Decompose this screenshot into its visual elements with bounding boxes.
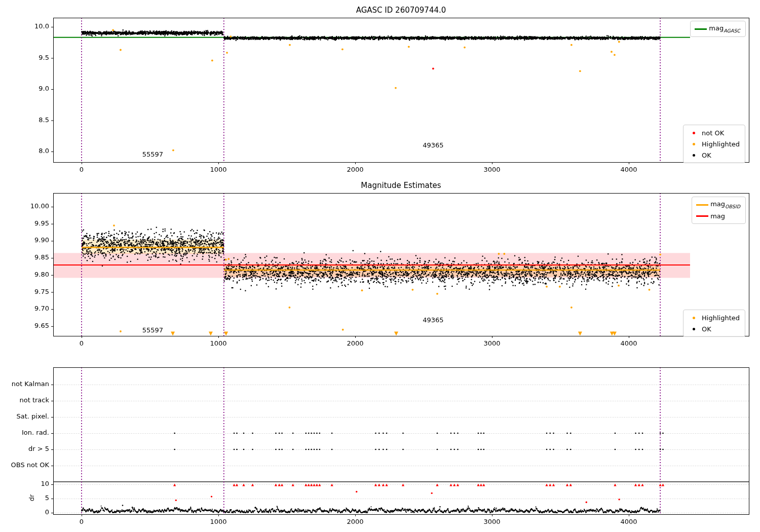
flag-row-label: not Kalman — [0, 380, 49, 388]
x-tick-label: 4000 — [620, 339, 637, 347]
legend-item-label: mag — [710, 212, 725, 220]
y-tick-label: 10.0 — [0, 22, 49, 30]
flag-row-label: OBS not OK — [0, 461, 49, 469]
legend-dot-marker — [686, 132, 702, 134]
x-tick-label: 4000 — [620, 518, 637, 525]
obsid-annotation: 55597 — [142, 150, 163, 158]
legend-item: Highlighted — [686, 312, 740, 323]
x-tick-label: 0 — [80, 166, 84, 173]
x-tick-label: 0 — [80, 518, 84, 525]
legend-point-status-panel2: HighlightedOK — [683, 310, 745, 337]
x-tick-label: 3000 — [483, 166, 500, 173]
flag-row-label: Ion. rad. — [0, 429, 49, 436]
panel2-title: Magnitude Estimates — [53, 181, 749, 190]
x-tick-label: 3000 — [483, 518, 500, 525]
dr-tick-label: 0 — [0, 508, 49, 516]
legend-item: not OK — [686, 127, 740, 138]
x-tick-label: 0 — [80, 339, 84, 347]
legend-mag-agasc: magAGASC — [690, 21, 746, 37]
y-tick-label: 8.5 — [0, 116, 49, 124]
legend-line-swatch — [694, 215, 710, 217]
y-tick-label: 9.80 — [0, 271, 49, 278]
y-tick-label: 9.75 — [0, 288, 49, 295]
legend-item: OK — [686, 149, 740, 161]
legend-item-label: magOBSID — [710, 200, 740, 209]
legend-item: magOBSID — [694, 199, 740, 210]
legend-item-label: magAGASC — [709, 24, 740, 33]
y-tick-label: 8.0 — [0, 147, 49, 155]
legend-dot-marker — [686, 154, 702, 157]
legend-dot-marker — [686, 317, 702, 319]
figure: AGASC ID 260709744.0 Magnitude Estimates… — [0, 0, 760, 532]
legend-item-label: not OK — [702, 129, 724, 137]
x-tick-label: 2000 — [347, 339, 363, 347]
x-tick-label: 1000 — [210, 339, 226, 347]
legend-line-swatch — [694, 204, 710, 206]
y-tick-label: 9.65 — [0, 322, 49, 329]
legend-item-label: OK — [702, 151, 711, 159]
flag-row-label: not track — [0, 396, 49, 404]
legend-mag-lines: magOBSIDmag — [692, 197, 746, 224]
x-tick-label: 2000 — [347, 166, 363, 173]
legend-item-label: Highlighted — [702, 314, 740, 322]
y-tick-label: 9.85 — [0, 253, 49, 261]
legend-dot-marker — [686, 143, 702, 145]
legend-item: Highlighted — [686, 138, 740, 149]
legend-item: mag — [694, 210, 740, 221]
y-tick-label: 9.0 — [0, 85, 49, 92]
y-tick-label: 9.70 — [0, 305, 49, 312]
y-tick-label: 9.5 — [0, 54, 49, 61]
y-tick-label: 9.90 — [0, 236, 49, 244]
legend-item: OK — [686, 323, 740, 334]
x-tick-label: 3000 — [483, 339, 500, 347]
x-tick-label: 1000 — [210, 166, 226, 173]
x-tick-label: 2000 — [347, 518, 363, 525]
flag-row-label: dr > 5 — [0, 445, 49, 452]
x-tick-label: 4000 — [620, 166, 637, 173]
flag-row-label: Sat. pixel. — [0, 412, 49, 420]
legend-dot-marker — [686, 328, 702, 330]
dr-tick-label: 5 — [0, 494, 49, 502]
legend-item-label: OK — [702, 325, 711, 333]
legend-line-swatch — [693, 28, 709, 30]
y-tick-label: 10.00 — [0, 202, 49, 210]
obsid-annotation: 49365 — [423, 141, 443, 149]
legend-item: magAGASC — [693, 23, 740, 34]
plot-canvas — [0, 0, 760, 532]
panel1-title: AGASC ID 260709744.0 — [53, 6, 749, 15]
obsid-annotation: 55597 — [142, 326, 163, 334]
x-tick-label: 1000 — [210, 518, 226, 525]
dr-axis-label: dr — [28, 495, 35, 502]
y-tick-label: 9.95 — [0, 219, 49, 227]
obsid-annotation: 49365 — [423, 316, 443, 324]
dr-tick-label: 10 — [0, 480, 49, 487]
legend-item-label: Highlighted — [702, 140, 740, 148]
legend-point-status-panel1: not OKHighlightedOK — [683, 125, 745, 163]
